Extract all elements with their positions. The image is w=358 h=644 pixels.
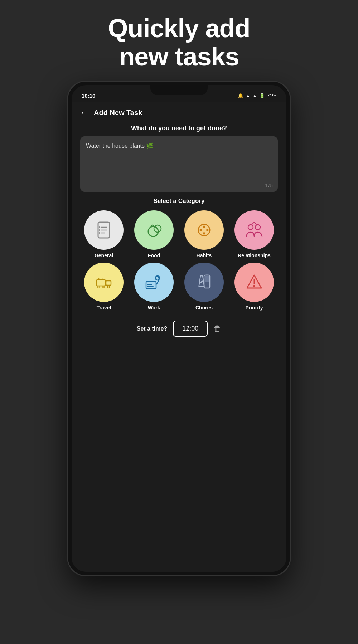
category-heading: Select a Category xyxy=(80,197,278,205)
time-label: Set a time? xyxy=(137,326,167,332)
svg-point-4 xyxy=(99,226,100,228)
priority-icon xyxy=(243,272,265,293)
category-item-chores[interactable]: Chores xyxy=(180,263,228,311)
food-icon xyxy=(143,219,165,241)
category-name-work: Work xyxy=(148,305,160,311)
svg-point-10 xyxy=(248,225,253,230)
category-item-relationships[interactable]: Relationships xyxy=(231,210,278,258)
habits-icon xyxy=(193,219,215,241)
categories-grid: General Food xyxy=(80,210,278,311)
svg-point-16 xyxy=(98,286,100,288)
question-label: What do you need to get done? xyxy=(80,125,278,132)
general-icon xyxy=(93,219,115,241)
category-name-travel: Travel xyxy=(97,305,111,311)
category-item-general[interactable]: General xyxy=(80,210,127,258)
category-item-travel[interactable]: Travel xyxy=(80,263,127,311)
phone-frame: 10:10 🔔 ▲ ▲ 🔋 71% ← Add New Task What do… xyxy=(68,82,290,575)
category-name-chores: Chores xyxy=(195,305,213,311)
category-circle-relationships xyxy=(234,210,274,250)
battery-percent: 71% xyxy=(267,93,276,98)
category-item-priority[interactable]: Priority xyxy=(231,263,278,311)
category-item-habits[interactable]: Habits xyxy=(180,210,228,258)
screen-title: Add New Task xyxy=(94,109,142,117)
svg-point-6 xyxy=(99,232,100,234)
status-time: 10:10 xyxy=(82,93,95,99)
svg-point-11 xyxy=(255,225,260,230)
category-name-general: General xyxy=(95,253,113,258)
signal-icon: ▲ xyxy=(252,93,257,98)
work-icon xyxy=(143,272,165,293)
back-button[interactable]: ← xyxy=(80,108,88,117)
category-circle-habits xyxy=(184,210,224,250)
svg-point-17 xyxy=(102,286,104,288)
trash-icon[interactable]: 🗑 xyxy=(213,324,221,333)
task-input-area[interactable]: Water the house plants 🌿 175 xyxy=(80,136,278,192)
category-circle-food xyxy=(134,210,174,250)
category-item-food[interactable]: Food xyxy=(130,210,178,258)
svg-rect-19 xyxy=(146,282,156,289)
category-name-relationships: Relationships xyxy=(238,253,271,258)
category-circle-work xyxy=(134,263,174,302)
chores-icon xyxy=(193,272,215,293)
svg-rect-14 xyxy=(106,281,111,285)
category-name-habits: Habits xyxy=(197,253,212,258)
wifi-icon: ▲ xyxy=(246,93,250,98)
relationships-icon xyxy=(243,219,265,241)
vibrate-icon: 🔔 xyxy=(238,93,243,98)
category-name-priority: Priority xyxy=(245,305,263,311)
travel-icon xyxy=(93,272,115,293)
hero-title: Quickly add new tasks xyxy=(108,14,250,71)
category-circle-chores xyxy=(184,263,224,302)
time-row: Set a time? 12:00 🗑 xyxy=(80,321,278,337)
phone-content: ← Add New Task What do you need to get d… xyxy=(72,102,286,572)
top-bar: ← Add New Task xyxy=(80,102,278,122)
category-circle-priority xyxy=(234,263,274,302)
task-input-text: Water the house plants 🌿 xyxy=(86,142,272,150)
char-count: 175 xyxy=(265,183,273,188)
svg-point-18 xyxy=(107,286,110,288)
battery-icon: 🔋 xyxy=(259,93,265,98)
svg-point-7 xyxy=(148,226,158,236)
category-name-food: Food xyxy=(148,253,160,258)
time-input[interactable]: 12:00 xyxy=(173,321,208,337)
status-icons: 🔔 ▲ ▲ 🔋 71% xyxy=(238,93,276,98)
phone-notch xyxy=(150,85,208,95)
svg-point-27 xyxy=(253,285,255,287)
category-circle-general xyxy=(84,210,124,250)
category-circle-travel xyxy=(84,263,124,302)
svg-point-5 xyxy=(99,229,100,231)
category-item-work[interactable]: Work xyxy=(130,263,178,311)
